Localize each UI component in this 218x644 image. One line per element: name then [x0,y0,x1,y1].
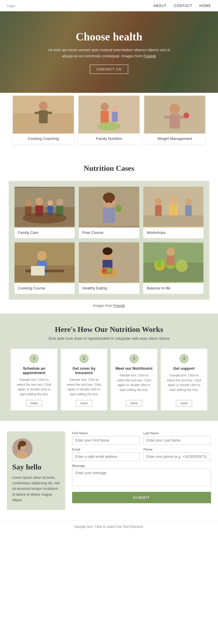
svg-rect-49 [31,266,45,275]
step-more-1[interactable]: more [26,400,42,406]
navigation: logo ABOUT CONTACT HOME [0,0,218,11]
svg-rect-64 [167,256,175,265]
form-row-message: Message [72,464,211,486]
form-row-names: First Name Last Name [72,431,211,445]
submit-button[interactable]: SUBMIT [72,492,211,503]
svg-point-56 [108,268,111,272]
how-card-2: 2 Get cover by insurance Sample text. Cl… [61,349,107,410]
contact-form: First Name Last Name Email Phone Message [72,431,211,510]
phone-label: Phone [143,448,211,451]
how-subtitle: Duis aute irure dolor in reprehenderit i… [7,336,211,341]
field-email: Email [72,448,140,461]
svg-point-34 [110,201,112,203]
message-input[interactable] [72,469,211,486]
case-card-balance: Balance to life [143,242,203,294]
case-label-free-course: Free Course [79,227,139,238]
svg-point-13 [169,104,180,114]
svg-rect-5 [47,112,52,114]
case-img-balance [143,242,203,283]
service-card-family-nutrition: Family Nutrition [78,96,140,144]
field-first-name: First Name [72,431,140,445]
case-img-free-course [79,187,139,227]
service-cards: Cooking Coaching Family Nutrition [6,90,212,144]
case-img-workshops [143,187,203,227]
last-name-label: Last Name [143,431,211,435]
cases-attribution: Images from Freepik [9,304,209,308]
case-card-workshops: Workshops [143,187,203,238]
svg-point-41 [185,198,192,205]
svg-rect-3 [39,110,48,123]
svg-point-32 [103,193,115,202]
step-number-1: 1 [29,354,39,363]
first-name-input[interactable] [72,436,140,445]
contact-section: Say hello Lorem ipsum dolor sit amet, co… [0,421,218,520]
last-name-input[interactable] [143,436,211,445]
svg-point-24 [47,200,53,206]
email-input[interactable] [72,452,140,461]
nav-links: ABOUT CONTACT HOME [153,4,211,8]
service-section: Cooking Coaching Family Nutrition [0,90,218,152]
contact-description: Lorem ipsum dolor sit amet, consectetur … [12,475,60,503]
svg-point-11 [97,122,121,131]
svg-point-20 [25,200,32,207]
phone-input[interactable] [143,452,211,461]
svg-point-69 [18,443,21,450]
svg-point-2 [39,102,48,110]
field-phone: Phone [143,448,211,461]
svg-point-39 [169,196,178,204]
svg-rect-8 [101,111,109,123]
svg-rect-4 [35,112,40,114]
form-row-contact: Email Phone [72,448,211,461]
svg-point-22 [35,198,43,205]
cases-section: Nutrition Cases [0,152,218,314]
step-title-3: Meet our Nutritionist [115,366,152,371]
svg-point-61 [176,260,187,272]
svg-rect-31 [103,208,115,223]
service-card-label-family: Family Nutrition [78,134,140,144]
service-card-label-weight: Weight Management [144,134,205,144]
svg-rect-15 [164,116,170,118]
svg-rect-40 [169,205,178,217]
step-more-2[interactable]: more [76,400,92,406]
cases-title: Nutrition Cases [9,164,209,173]
service-card-weight: Weight Management [144,96,205,144]
svg-point-54 [98,267,117,277]
step-title-2: Get cover by insurance [65,366,103,375]
svg-point-28 [23,213,67,224]
case-label-family-care: Family Care [15,227,75,238]
svg-point-35 [115,205,122,212]
service-card-img-family [78,96,140,134]
svg-rect-62 [157,259,161,267]
case-img-cooking-course [15,242,75,283]
how-cards: 1 Schedule an appointment Sample text. C… [7,349,211,410]
freepik-link[interactable]: Freepik [144,54,156,58]
nav-home[interactable]: HOME [199,4,211,8]
svg-rect-10 [112,112,118,122]
svg-point-53 [103,247,112,255]
logo: logo [7,3,15,8]
nav-contact[interactable]: CONTACT [174,4,192,8]
email-label: Email [72,448,140,451]
contact-left: Say hello Lorem ipsum dolor sit amet, co… [7,431,65,510]
contact-us-button[interactable]: CONTACT US [90,65,128,74]
svg-point-33 [106,201,108,203]
svg-point-46 [37,251,47,261]
case-card-family-care: Family Care [15,187,75,238]
step-title-1: Schedule an appointment [15,366,53,375]
svg-point-7 [101,103,109,111]
case-label-healthy-eating: Healthy Eating [79,283,139,294]
svg-rect-14 [169,114,180,129]
contact-greeting: Say hello [12,463,60,472]
case-label-workshops: Workshops [143,227,203,238]
step-more-3[interactable]: more [126,400,142,406]
nav-about[interactable]: ABOUT [153,4,167,8]
case-card-cooking-course: Cooking Course [15,242,75,294]
freepik-cases-link[interactable]: Freepik [113,304,125,308]
step-desc-4: Sample text. Click to select the text bo… [165,373,203,392]
footer-note: Sample text. Click to select the Text El… [0,520,218,533]
service-card-cooking-coaching: Cooking Coaching [13,96,74,144]
hero-description: Ut enim ad minim veniam quis nostrud exe… [48,47,170,59]
service-card-img-weight [144,96,205,134]
case-img-healthy-eating [79,242,139,283]
step-more-4[interactable]: more [176,400,192,406]
